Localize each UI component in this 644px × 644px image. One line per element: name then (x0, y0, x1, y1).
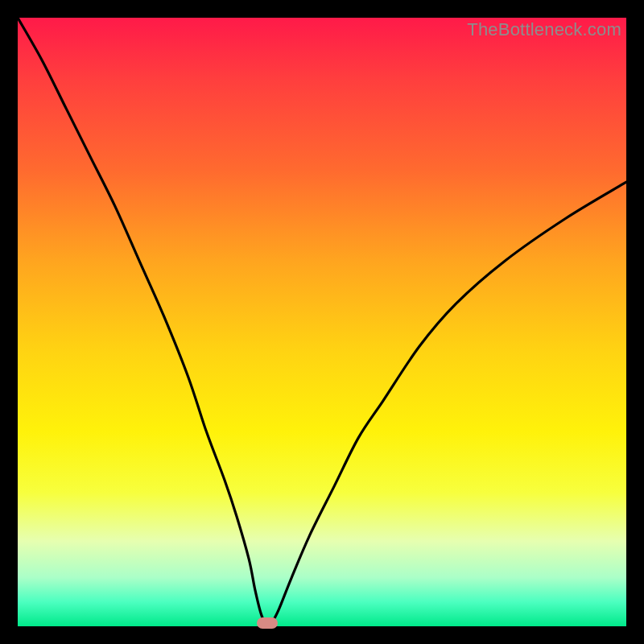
plot-area: TheBottleneck.com (18, 18, 626, 626)
minimum-marker (257, 617, 278, 629)
chart-frame: TheBottleneck.com (0, 0, 644, 644)
bottleneck-curve (18, 18, 626, 626)
